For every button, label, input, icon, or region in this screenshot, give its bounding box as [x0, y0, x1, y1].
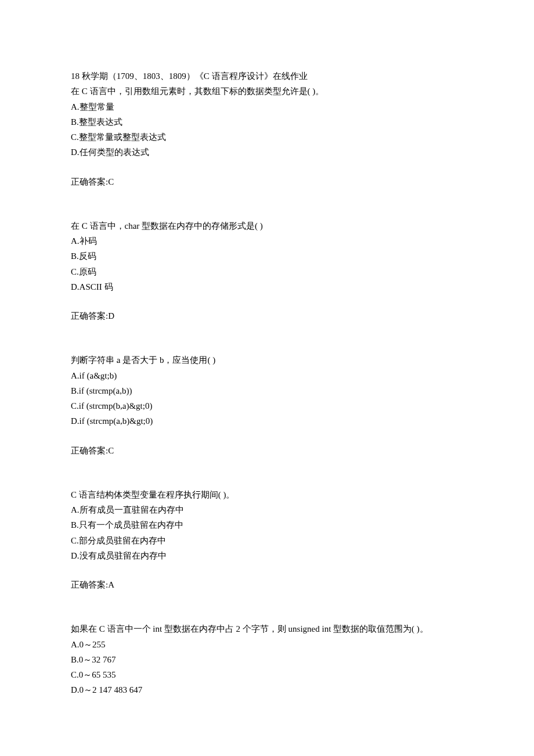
question-block: 在 C 语言中，char 型数据在内存中的存储形式是( ) A.补码 B.反码 … — [71, 218, 463, 324]
question-answer: 正确答案:C — [71, 443, 463, 458]
question-option: A.整型常量 — [71, 99, 463, 114]
question-option: B.只有一个成员驻留在内存中 — [71, 517, 463, 532]
question-answer: 正确答案:D — [71, 308, 463, 323]
question-option: A.if (a&gt;b) — [71, 368, 463, 383]
question-block: 在 C 语言中，引用数组元素时，其数组下标的数据类型允许是( )。 A.整型常量… — [71, 84, 463, 189]
question-prompt: 在 C 语言中，char 型数据在内存中的存储形式是( ) — [71, 218, 463, 233]
question-prompt: C 语言结构体类型变量在程序执行期间( )。 — [71, 487, 463, 502]
question-option: D.没有成员驻留在内存中 — [71, 548, 463, 563]
question-option: A.所有成员一直驻留在内存中 — [71, 502, 463, 517]
question-option: B.反码 — [71, 249, 463, 264]
question-option: B.if (strcmp(a,b)) — [71, 383, 463, 398]
question-prompt: 在 C 语言中，引用数组元素时，其数组下标的数据类型允许是( )。 — [71, 84, 463, 99]
question-option: C.0～65 535 — [71, 667, 463, 682]
question-option: B.整型表达式 — [71, 114, 463, 129]
question-option: D.任何类型的表达式 — [71, 145, 463, 160]
question-prompt: 判断字符串 a 是否大于 b，应当使用( ) — [71, 352, 463, 368]
question-option: C.原码 — [71, 264, 463, 279]
question-block: 判断字符串 a 是否大于 b，应当使用( ) A.if (a&gt;b) B.i… — [71, 352, 463, 458]
question-block: C 语言结构体类型变量在程序执行期间( )。 A.所有成员一直驻留在内存中 B.… — [71, 487, 463, 593]
question-answer: 正确答案:C — [71, 174, 463, 189]
question-option: B.0～32 767 — [71, 652, 463, 667]
question-option: D.if (strcmp(a,b)&gt;0) — [71, 413, 463, 429]
question-option: A.0～255 — [71, 637, 463, 652]
question-option: C.if (strcmp(b,a)&gt;0) — [71, 398, 463, 413]
document-header: 18 秋学期（1709、1803、1809）《C 语言程序设计》在线作业 — [71, 69, 463, 84]
question-answer: 正确答案:A — [71, 577, 463, 592]
question-option: C.部分成员驻留在内存中 — [71, 533, 463, 548]
question-option: D.0～2 147 483 647 — [71, 682, 463, 697]
question-prompt: 如果在 C 语言中一个 int 型数据在内存中占 2 个字节，则 unsigne… — [71, 621, 463, 636]
question-option: A.补码 — [71, 233, 463, 249]
question-block: 如果在 C 语言中一个 int 型数据在内存中占 2 个字节，则 unsigne… — [71, 621, 463, 697]
question-option: D.ASCII 码 — [71, 279, 463, 294]
question-option: C.整型常量或整型表达式 — [71, 129, 463, 145]
